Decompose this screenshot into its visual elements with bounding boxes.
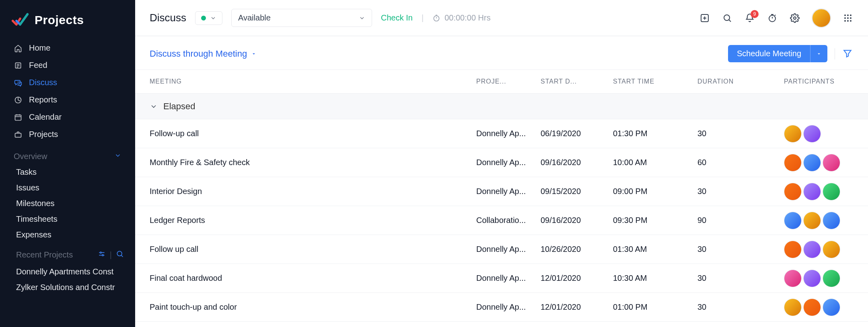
participant-avatar[interactable] bbox=[784, 125, 802, 143]
nav-reports[interactable]: Reports bbox=[0, 91, 135, 108]
table-row[interactable]: Follow-up callDonnelly Ap...06/19/202001… bbox=[135, 119, 868, 148]
nav-calendar[interactable]: Calendar bbox=[0, 108, 135, 126]
svg-point-36 bbox=[847, 20, 849, 22]
table-row[interactable]: Paint touch-up and colorDonnelly Ap...12… bbox=[135, 293, 868, 322]
participant-avatar[interactable] bbox=[784, 270, 802, 287]
svg-point-31 bbox=[850, 14, 852, 16]
participant-avatar[interactable] bbox=[784, 298, 802, 316]
availability-label: Available bbox=[238, 13, 271, 22]
participant-avatar[interactable] bbox=[803, 212, 821, 229]
participant-avatar[interactable] bbox=[823, 270, 840, 287]
sliders-icon[interactable] bbox=[98, 250, 106, 260]
nav-home[interactable]: Home bbox=[0, 39, 135, 57]
group-label: Elapsed bbox=[163, 101, 195, 112]
timer-button[interactable] bbox=[767, 12, 778, 24]
table-row[interactable]: Interior DesignDonnelly Ap...09/15/20200… bbox=[135, 177, 868, 206]
filter-button[interactable] bbox=[842, 48, 854, 59]
overview-item-timesheets[interactable]: Timesheets bbox=[0, 211, 135, 227]
apps-grid-button[interactable] bbox=[842, 12, 854, 24]
participant-avatar[interactable] bbox=[823, 183, 840, 200]
nav-feed[interactable]: Feed bbox=[0, 57, 135, 74]
overview-item-milestones[interactable]: Milestones bbox=[0, 196, 135, 211]
participant-avatar[interactable] bbox=[803, 154, 821, 172]
caret-down-icon bbox=[251, 51, 257, 57]
cell-participants bbox=[784, 241, 854, 258]
group-row-elapsed[interactable]: Elapsed bbox=[135, 94, 868, 119]
participant-avatar[interactable] bbox=[803, 270, 821, 287]
col-duration[interactable]: DURATION bbox=[697, 78, 784, 85]
svg-point-12 bbox=[100, 252, 101, 253]
availability-select[interactable]: Available bbox=[231, 9, 372, 27]
table-row[interactable]: Ledger ReportsCollaboratio...09/16/20200… bbox=[135, 206, 868, 235]
cell-participants bbox=[784, 154, 854, 172]
cell-start-date: 09/16/2020 bbox=[541, 216, 613, 225]
participant-avatar[interactable] bbox=[803, 183, 821, 200]
participant-avatar[interactable] bbox=[823, 298, 840, 316]
checkin-link[interactable]: Check In bbox=[381, 13, 413, 22]
participant-avatar[interactable] bbox=[803, 241, 821, 258]
col-start-time[interactable]: START TIME bbox=[613, 78, 697, 85]
table-row[interactable]: Follow up callDonnelly Ap...10/26/202001… bbox=[135, 235, 868, 264]
svg-point-34 bbox=[850, 17, 852, 19]
view-selector[interactable]: Discuss through Meeting bbox=[150, 49, 257, 59]
status-indicator[interactable] bbox=[195, 11, 222, 25]
notifications-button[interactable]: 9 bbox=[744, 12, 755, 24]
nav-discuss[interactable]: Discuss bbox=[0, 74, 135, 91]
cell-participants bbox=[784, 298, 854, 316]
participant-avatar[interactable] bbox=[784, 241, 802, 258]
cell-start-date: 06/19/2020 bbox=[541, 129, 613, 138]
overview-header[interactable]: Overview bbox=[0, 143, 135, 164]
svg-point-13 bbox=[102, 255, 103, 256]
col-project[interactable]: PROJE... bbox=[476, 78, 541, 85]
main-nav: Home Feed Discuss Reports bbox=[0, 39, 135, 143]
cell-participants bbox=[784, 212, 854, 229]
cell-meeting: Final coat hardwood bbox=[150, 274, 476, 283]
cell-duration: 90 bbox=[697, 216, 784, 225]
search-icon[interactable] bbox=[116, 250, 124, 260]
participant-avatar[interactable] bbox=[803, 125, 821, 143]
nav-projects[interactable]: Projects bbox=[0, 126, 135, 143]
col-participants[interactable]: PARTICIPANTS bbox=[784, 78, 854, 85]
recent-project-item[interactable]: Zylker Solutions and Constr bbox=[0, 280, 135, 295]
cell-meeting: Follow-up call bbox=[150, 129, 476, 138]
settings-button[interactable] bbox=[789, 12, 800, 24]
chevron-down-icon bbox=[150, 102, 158, 110]
recent-project-item[interactable]: Donnelly Apartments Const bbox=[0, 264, 135, 280]
add-button[interactable] bbox=[699, 12, 710, 24]
overview-item-issues[interactable]: Issues bbox=[0, 180, 135, 196]
stopwatch-icon bbox=[432, 14, 440, 22]
overview-item-tasks[interactable]: Tasks bbox=[0, 164, 135, 180]
participant-avatar[interactable] bbox=[823, 212, 840, 229]
participant-avatar[interactable] bbox=[784, 212, 802, 229]
cell-duration: 60 bbox=[697, 158, 784, 167]
table-row[interactable]: Monthly Fire & Safety checkDonnelly Ap..… bbox=[135, 148, 868, 177]
button-dropdown[interactable] bbox=[810, 45, 827, 62]
schedule-meeting-button[interactable]: Schedule Meeting bbox=[728, 45, 827, 62]
participant-avatar[interactable] bbox=[803, 298, 821, 316]
cell-meeting: Follow up call bbox=[150, 245, 476, 254]
reports-icon bbox=[14, 96, 23, 104]
cell-participants bbox=[784, 183, 854, 200]
topbar: Discuss Available Check In | 00:00:00 Hr… bbox=[135, 0, 868, 36]
app-name: Projects bbox=[35, 13, 84, 27]
cell-start-time: 01:30 AM bbox=[613, 245, 697, 254]
participant-avatar[interactable] bbox=[823, 241, 840, 258]
nav-label: Feed bbox=[29, 61, 47, 70]
participant-avatar[interactable] bbox=[823, 154, 840, 172]
participant-avatar[interactable] bbox=[784, 183, 802, 200]
table-row[interactable]: Final coat hardwoodDonnelly Ap...12/01/2… bbox=[135, 264, 868, 293]
cell-duration: 30 bbox=[697, 187, 784, 196]
search-button[interactable] bbox=[722, 12, 733, 24]
col-meeting[interactable]: MEETING bbox=[150, 78, 476, 85]
timer: 00:00:00 Hrs bbox=[432, 13, 491, 22]
nav-label: Home bbox=[29, 43, 50, 53]
app-logo[interactable]: Projects bbox=[0, 6, 135, 39]
cell-duration: 30 bbox=[697, 274, 784, 283]
user-avatar[interactable] bbox=[812, 8, 831, 28]
table-body: Follow-up callDonnelly Ap...06/19/202001… bbox=[135, 119, 868, 322]
col-start-date[interactable]: START D... bbox=[541, 78, 613, 85]
cell-start-time: 10:00 AM bbox=[613, 158, 697, 167]
divider: | bbox=[422, 13, 424, 22]
overview-item-expenses[interactable]: Expenses bbox=[0, 227, 135, 243]
participant-avatar[interactable] bbox=[784, 154, 802, 172]
